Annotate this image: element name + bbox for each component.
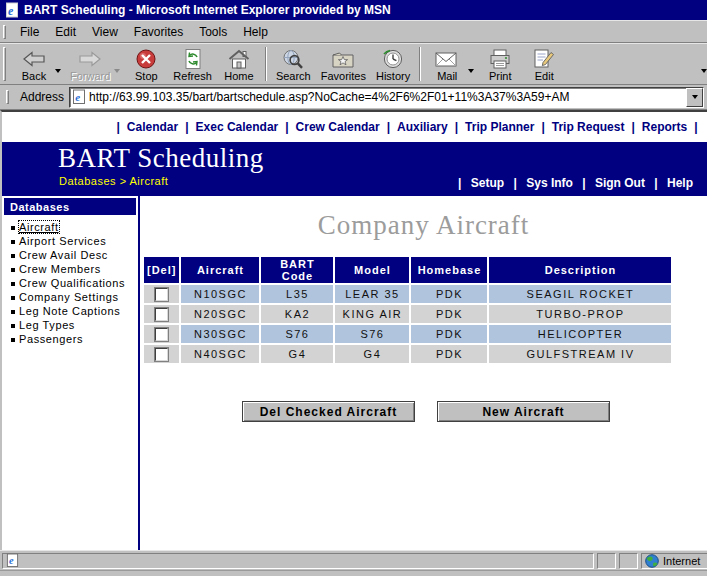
svg-text:e: e [75,91,80,103]
chevron-down-icon [692,95,698,99]
svg-text:e: e [9,555,14,566]
nav-trip-planner[interactable]: Trip Planner [465,120,534,134]
link-sys-info[interactable]: Sys Info [526,176,573,190]
edit-label: Edit [535,70,554,82]
cell-homebase: PDK [411,345,487,363]
row-checkbox[interactable] [155,328,168,341]
nav-auxiliary[interactable]: Auxiliary [397,120,448,134]
app-banner: BART Scheduling Databases > Aircraft | S… [2,142,707,196]
page-body: Databases Aircraft Airport Services Crew… [2,196,707,550]
sidebar-item-company-settings[interactable]: Company Settings [11,290,138,304]
mail-button[interactable]: Mail [425,44,469,84]
bullet-icon [11,338,15,342]
home-label: Home [224,70,253,82]
sidebar-item-leg-note-captions[interactable]: Leg Note Captions [11,304,138,318]
row-checkbox[interactable] [155,308,168,321]
nav-reports[interactable]: Reports [642,120,687,134]
address-field: e [69,87,704,108]
row-checkbox[interactable] [155,288,168,301]
cell-description: SEAGIL ROCKET [489,285,671,303]
del-cell [144,285,179,303]
bullet-icon [11,268,15,272]
refresh-label: Refresh [173,70,212,82]
link-sign-out[interactable]: Sign Out [595,176,645,190]
table-header-row: [Del] Aircraft BART Code Model Homebase … [144,257,671,283]
menu-tools[interactable]: Tools [191,22,235,42]
cell-description: HELICOPTER [489,325,671,343]
menu-help[interactable]: Help [235,22,276,42]
refresh-button[interactable]: Refresh [168,44,217,84]
page-icon: e [72,89,86,105]
cell-homebase: PDK [411,305,487,323]
column-header-model: Model [335,257,409,283]
ie-logo-icon: e [4,2,20,18]
toolbar-grip[interactable] [3,47,6,81]
print-icon [488,48,512,70]
toolbar-grip[interactable] [6,90,9,104]
link-help[interactable]: Help [667,176,693,190]
cell-aircraft: N30SGC [181,325,259,343]
toolbar-overflow-chevron[interactable] [701,69,707,73]
cell-aircraft: N40SGC [181,345,259,363]
nav-trip-request[interactable]: Trip Request [552,120,625,134]
cell-bart-code: G4 [261,345,333,363]
sidebar-item-aircraft[interactable]: Aircraft [11,220,138,234]
del-checked-aircraft-button[interactable]: Del Checked Aircraft [242,401,415,422]
forward-button[interactable]: Forward [65,44,115,84]
toolbar-separator [265,47,267,81]
toolbar-grip[interactable] [3,25,6,39]
address-input[interactable] [89,89,683,106]
aircraft-table: [Del] Aircraft BART Code Model Homebase … [142,255,673,365]
edit-button[interactable]: Edit [522,44,566,84]
print-button[interactable]: Print [478,44,522,84]
history-button[interactable]: History [371,44,415,84]
separator: | [631,120,634,134]
title-bar: e BART Scheduling - Microsoft Internet E… [0,0,707,20]
sidebar-item-crew-qualifications[interactable]: Crew Qualifications [11,276,138,290]
separator: | [654,176,657,190]
menu-file[interactable]: File [12,22,47,42]
menu-favorites[interactable]: Favorites [126,22,191,42]
cell-model: S76 [335,325,409,343]
new-aircraft-button[interactable]: New Aircraft [437,401,610,422]
banner-links: | Setup | Sys Info | Sign Out | Help [458,176,699,190]
home-button[interactable]: Home [217,44,261,84]
menu-view[interactable]: View [84,22,126,42]
address-dropdown-button[interactable] [686,88,703,107]
forward-dropdown-caret[interactable] [114,69,120,73]
nav-calendar[interactable]: Calendar [127,120,178,134]
column-header-bart-code: BART Code [261,257,333,283]
favorites-button[interactable]: Favorites [316,44,371,84]
cell-bart-code: KA2 [261,305,333,323]
row-checkbox[interactable] [155,348,168,361]
window-frame-bottom [0,570,707,576]
cell-homebase: PDK [411,285,487,303]
svg-text:e: e [8,4,14,18]
mail-dropdown-caret[interactable] [468,69,474,73]
sidebar-item-passengers[interactable]: Passengers [11,332,138,346]
menu-edit[interactable]: Edit [47,22,84,42]
sidebar-item-crew-members[interactable]: Crew Members [11,262,138,276]
del-cell [144,325,179,343]
link-setup[interactable]: Setup [471,176,504,190]
address-bar: Address e [0,85,707,110]
stop-button[interactable]: Stop [124,44,168,84]
cell-model: LEAR 35 [335,285,409,303]
stop-label: Stop [135,70,158,82]
cell-model: KING AIR [335,305,409,323]
sidebar-item-airport-services[interactable]: Airport Services [11,234,138,248]
toolbar-separator [419,47,421,81]
status-zone-panel: Internet [641,553,707,569]
globe-icon [645,554,659,568]
sidebar-item-leg-types[interactable]: Leg Types [11,318,138,332]
sidebar-item-crew-avail-desc[interactable]: Crew Avail Desc [11,248,138,262]
search-button[interactable]: Search [271,44,316,84]
separator: | [387,120,390,134]
mail-icon [434,48,460,70]
back-button[interactable]: Back [12,44,56,84]
back-dropdown-caret[interactable] [55,69,61,73]
nav-crew-calendar[interactable]: Crew Calendar [296,120,380,134]
nav-exec-calendar[interactable]: Exec Calendar [196,120,279,134]
history-label: History [376,70,410,82]
cell-bart-code: S76 [261,325,333,343]
